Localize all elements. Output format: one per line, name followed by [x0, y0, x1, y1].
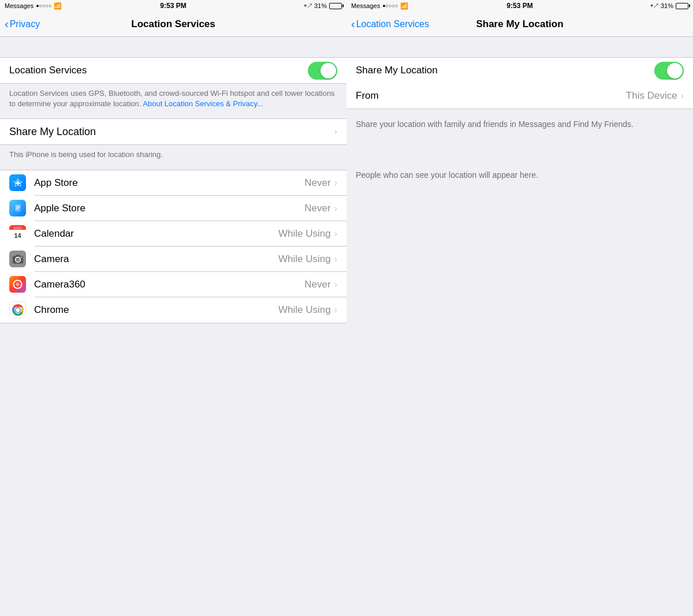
app-name-camera: Camera [34, 253, 278, 265]
share-location-toggle-row: Share My Location [346, 58, 693, 83]
left-panel: Messages ●○○○○ 📶 9:53 PM ⌖↗ 31% ‹ Privac… [0, 0, 346, 616]
app-name-camera360: Camera360 [34, 279, 304, 290]
app-row-appstore[interactable]: App Store Never › [0, 170, 346, 196]
share-location-chevron: › [334, 126, 337, 137]
svg-text:14: 14 [14, 232, 21, 239]
share-location-label: Share My Location [9, 126, 334, 138]
svg-point-12 [16, 258, 18, 260]
location-icon-right: ⌖↗ [650, 2, 658, 9]
share-location-row[interactable]: Share My Location › [0, 119, 346, 144]
back-label-right: Location Services [356, 19, 429, 29]
app-chevron-calendar: › [334, 229, 337, 239]
nav-bar-left: ‹ Privacy Location Services [0, 12, 346, 37]
location-privacy-link[interactable]: About Location Services & Privacy... [143, 99, 263, 108]
app-row-applestore[interactable]: Apple Store Never › [0, 196, 346, 221]
share-location-toggle-label: Share My Location [356, 65, 654, 76]
time-left: 9:53 PM [160, 2, 186, 10]
description-spacer [346, 140, 693, 160]
from-row[interactable]: From This Device › [346, 83, 693, 109]
status-left-right: Messages ●○○○○ 📶 [351, 2, 408, 10]
app-name-chrome: Chrome [34, 304, 278, 316]
app-chevron-appstore: › [334, 178, 337, 188]
nav-title-right: Share My Location [476, 18, 563, 30]
toggle-thumb [321, 63, 336, 79]
status-right-left: ⌖↗ 31% [304, 2, 342, 9]
svg-rect-13 [16, 255, 20, 256]
app-row-camera[interactable]: Camera While Using › [0, 247, 346, 272]
battery-icon-left [329, 3, 342, 9]
app-row-calendar[interactable]: 14 WED Calendar While Using › [0, 221, 346, 247]
from-value: This Device [626, 90, 677, 102]
app-permission-camera: While Using [278, 253, 331, 265]
app-row-chrome[interactable]: Chrome While Using › [0, 297, 346, 323]
signal-right: ●○○○○ [382, 3, 398, 9]
share-location-footer-text: This iPhone is being used for location s… [9, 150, 163, 159]
location-services-toggle[interactable] [308, 62, 337, 80]
wifi-icon-left: 📶 [54, 2, 62, 10]
svg-point-14 [20, 256, 22, 258]
app-chevron-camera: › [334, 254, 337, 264]
location-services-row: Location Services [0, 58, 346, 83]
share-description: Share your location with family and frie… [346, 109, 693, 140]
app-permission-appstore: Never [304, 177, 330, 189]
app-icon-chrome [9, 301, 26, 318]
right-content: Share My Location From This Device › Sha… [346, 37, 693, 616]
app-chevron-applestore: › [334, 203, 337, 214]
location-services-section: Location Services [0, 57, 346, 84]
status-bar-right: Messages ●○○○○ 📶 9:53 PM ⌖↗ 31% [346, 0, 693, 12]
app-chevron-chrome: › [334, 305, 337, 315]
share-location-section: Share My Location › [0, 118, 346, 145]
app-icon-camera [9, 251, 26, 267]
back-label-left: Privacy [10, 19, 40, 29]
svg-point-17 [16, 283, 20, 286]
share-location-toggle[interactable] [654, 62, 684, 80]
top-spacer-left [0, 37, 346, 57]
svg-point-20 [16, 308, 20, 312]
right-panel: Messages ●○○○○ 📶 9:53 PM ⌖↗ 31% ‹ Locati… [346, 0, 693, 616]
share-location-toggle-section: Share My Location From This Device › [346, 57, 693, 109]
app-permission-applestore: Never [304, 203, 330, 214]
svg-rect-2 [15, 204, 20, 211]
app-icon-camera360 [9, 276, 26, 293]
app-permission-chrome: While Using [278, 304, 331, 316]
location-icon-left: ⌖↗ [304, 2, 312, 9]
app-icon-calendar: 14 WED [9, 225, 26, 242]
battery-icon-right [676, 3, 688, 9]
top-spacer-right [346, 37, 693, 57]
nav-title-left: Location Services [131, 18, 215, 30]
app-permission-calendar: While Using [278, 228, 331, 240]
empty-message-text: People who can see your location will ap… [356, 170, 538, 180]
app-row-camera360[interactable]: Camera360 Never › [0, 272, 346, 297]
status-left: Messages ●○○○○ 📶 [5, 2, 62, 10]
nav-bar-right: ‹ Location Services Share My Location [346, 12, 693, 37]
svg-text:WED: WED [14, 226, 23, 230]
signal-left: ●○○○○ [36, 3, 51, 9]
wifi-icon-right: 📶 [400, 2, 408, 10]
app-name-calendar: Calendar [34, 228, 278, 240]
share-description-text: Share your location with family and frie… [356, 120, 634, 129]
status-right-right: ⌖↗ 31% [650, 2, 688, 9]
location-services-label: Location Services [9, 65, 308, 76]
share-location-footer: This iPhone is being used for location s… [0, 145, 346, 169]
app-chevron-camera360: › [334, 279, 337, 290]
share-toggle-thumb [667, 63, 683, 79]
back-chevron-right: ‹ [351, 18, 355, 29]
time-right: 9:53 PM [506, 2, 532, 10]
app-icon-appstore [9, 174, 26, 191]
location-services-footer: Location Services uses GPS, Bluetooth, a… [0, 84, 346, 118]
from-label: From [356, 90, 626, 102]
back-button-left[interactable]: ‹ Privacy [5, 18, 40, 29]
app-name-applestore: Apple Store [34, 203, 304, 214]
left-content: Location Services Location Services uses… [0, 37, 346, 616]
empty-message-section: People who can see your location will ap… [346, 160, 693, 206]
battery-percent-right: 31% [661, 2, 673, 9]
from-chevron: › [681, 91, 684, 101]
back-chevron-left: ‹ [5, 18, 9, 29]
app-permission-camera360: Never [304, 279, 330, 290]
carrier-left: Messages [5, 2, 33, 9]
app-icon-applestore [9, 200, 26, 216]
app-name-appstore: App Store [34, 177, 304, 189]
carrier-right: Messages [351, 2, 380, 9]
apps-section: App Store Never › Apple Store Never › [0, 170, 346, 323]
back-button-right[interactable]: ‹ Location Services [351, 18, 429, 29]
